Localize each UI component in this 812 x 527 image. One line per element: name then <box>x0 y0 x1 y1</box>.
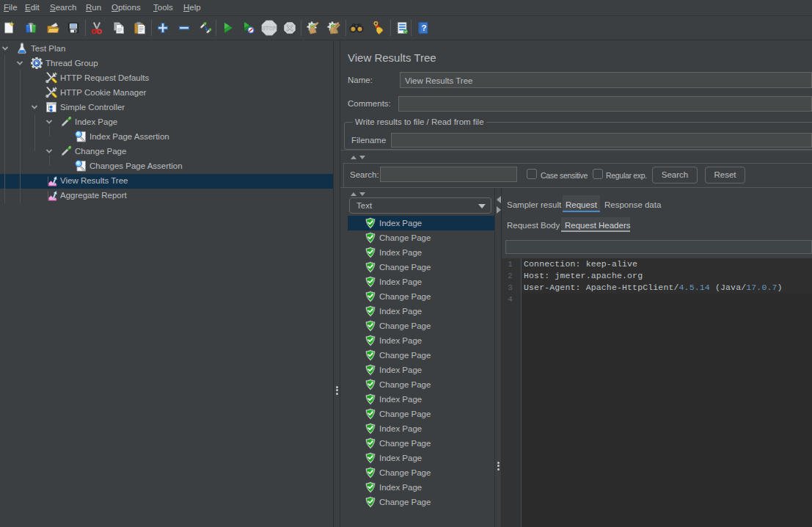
svg-text:?: ? <box>421 23 426 32</box>
svg-text:STOP: STOP <box>263 26 277 31</box>
